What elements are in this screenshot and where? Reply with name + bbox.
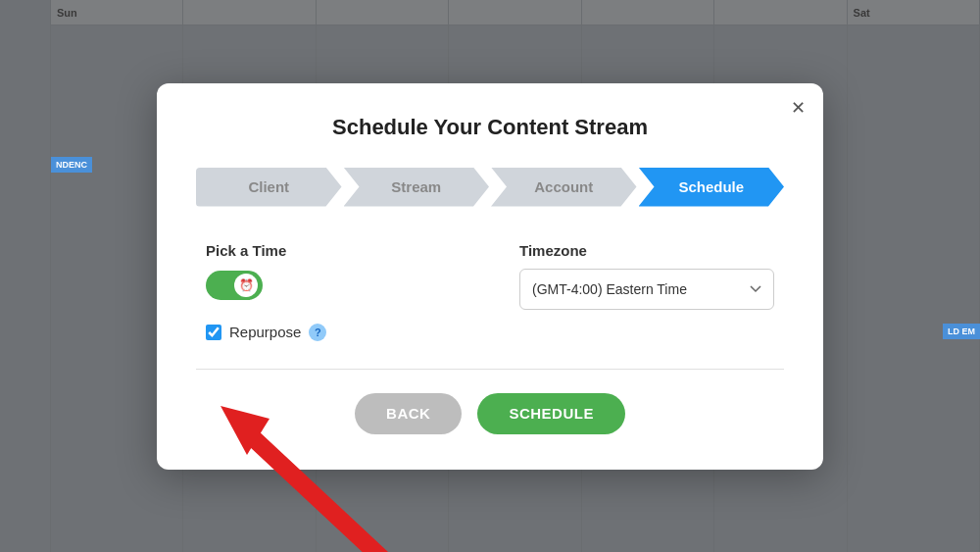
pick-time-label: Pick a Time [206, 242, 461, 259]
timezone-label: Timezone [519, 242, 774, 259]
form-left: Pick a Time ⏰ Repurpose ? [206, 242, 461, 341]
modal-title: Schedule Your Content Stream [196, 115, 784, 140]
step-schedule[interactable]: Schedule [639, 168, 785, 207]
footer-buttons: BACK SCHEDULE [196, 393, 784, 434]
back-button[interactable]: BACK [355, 393, 462, 434]
repurpose-help-icon[interactable]: ? [309, 324, 326, 341]
modal-overlay: Schedule Your Content Stream ✕ Client St… [0, 0, 980, 552]
modal-dialog: Schedule Your Content Stream ✕ Client St… [157, 83, 823, 470]
stepper: Client Stream Account Schedule [196, 168, 784, 207]
timezone-select[interactable]: (GMT-4:00) Eastern Time(GMT-5:00) Centra… [519, 269, 774, 310]
repurpose-label: Repurpose [229, 324, 301, 340]
close-icon: ✕ [791, 99, 806, 117]
repurpose-checkbox[interactable] [206, 325, 221, 340]
close-button[interactable]: ✕ [791, 99, 806, 117]
time-toggle[interactable]: ⏰ [206, 271, 263, 300]
repurpose-row: Repurpose ? [206, 324, 461, 341]
step-stream[interactable]: Stream [344, 168, 490, 207]
bg-label-1: NDENC [51, 157, 92, 173]
toggle-knob: ⏰ [234, 274, 258, 297]
step-account[interactable]: Account [491, 168, 637, 207]
svg-line-1 [245, 430, 392, 553]
step-client-label: Client [248, 178, 289, 195]
step-account-label: Account [534, 178, 593, 195]
bg-label-2: LD EM [943, 324, 980, 339]
step-stream-label: Stream [391, 178, 441, 195]
schedule-button[interactable]: SCHEDULE [477, 393, 625, 434]
form-body: Pick a Time ⏰ Repurpose ? Timezone (GMT-… [196, 242, 784, 341]
form-right: Timezone (GMT-4:00) Eastern Time(GMT-5:0… [519, 242, 774, 341]
form-divider [196, 369, 784, 370]
step-schedule-label: Schedule [678, 178, 744, 195]
clock-icon: ⏰ [239, 278, 254, 292]
step-client[interactable]: Client [196, 168, 342, 207]
